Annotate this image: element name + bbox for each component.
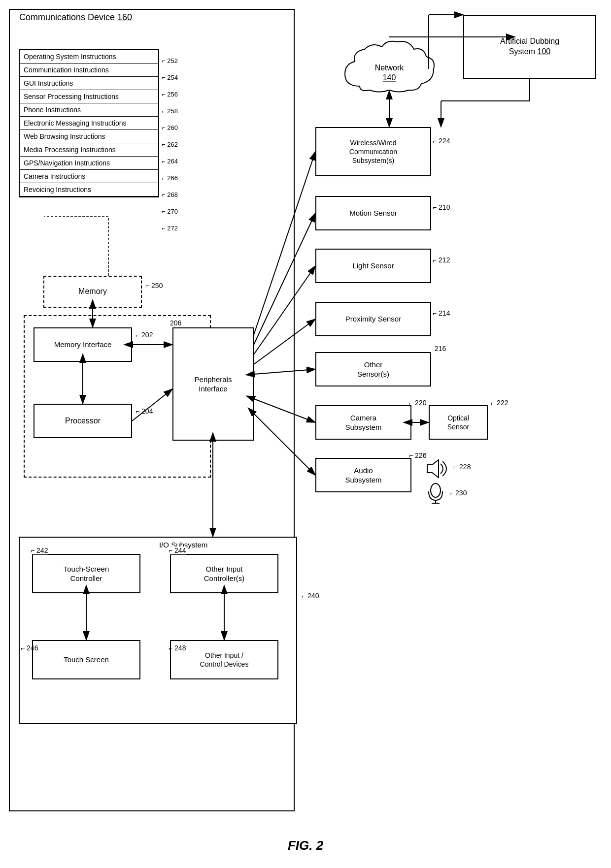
instruction-ref: ⌐ 270 xyxy=(162,208,178,215)
instruction-row: Communication Instructions xyxy=(20,64,158,77)
mic-ref: ⌐ 230 xyxy=(449,489,467,497)
instruction-row: Revoicing Instructions xyxy=(20,183,158,196)
touch-screen-ref: ⌐ 246 xyxy=(21,644,38,652)
motion-sensor-label: Motion Sensor xyxy=(349,208,397,218)
camera-subsystem-box: CameraSubsystem xyxy=(315,405,411,440)
audio-subsystem-box: AudioSubsystem xyxy=(315,458,411,492)
processor-label: Processor xyxy=(65,416,101,426)
other-input-controllers-ref: ⌐ 244 xyxy=(169,547,186,554)
artificial-dubbing-label: Artificial DubbingSystem 100 xyxy=(500,36,559,57)
instruction-label: Web Browsing Instructions xyxy=(24,132,154,140)
instruction-ref: ⌐ 264 xyxy=(162,158,178,165)
wireless-ref: ⌐ 224 xyxy=(433,137,450,145)
instruction-row: GUI Instructions xyxy=(20,77,158,90)
peripherals-interface-box: PeripheralsInterface xyxy=(172,327,254,441)
touch-screen-controller-ref: ⌐ 242 xyxy=(31,547,48,554)
wireless-wired-label: Wireless/WiredCommunicationSubsystem(s) xyxy=(349,138,397,165)
instruction-row: GPS/Navigation Instructions xyxy=(20,157,158,170)
instruction-label: Communication Instructions xyxy=(24,66,154,74)
instruction-label: Phone Instructions xyxy=(24,106,154,114)
instruction-label: Media Processing Instructions xyxy=(24,146,154,154)
instruction-ref: ⌐ 256 xyxy=(162,91,178,98)
instruction-ref: ⌐ 260 xyxy=(162,124,178,131)
proximity-sensor-ref: ⌐ 214 xyxy=(433,309,450,317)
light-sensor-ref: ⌐ 212 xyxy=(433,256,450,264)
light-sensor-box: Light Sensor xyxy=(315,249,431,283)
memory-label: Memory xyxy=(78,287,107,297)
memory-interface-box: Memory Interface xyxy=(34,327,132,362)
io-ref: ⌐ 240 xyxy=(302,592,319,600)
audio-subsystem-label: AudioSubsystem xyxy=(345,466,381,485)
instruction-row: Phone Instructions xyxy=(20,103,158,117)
processor-box: Processor xyxy=(34,404,132,438)
instruction-row: Web Browsing Instructions xyxy=(20,130,158,143)
camera-subsystem-label: CameraSubsystem xyxy=(345,413,381,432)
other-input-devices-ref: ⌐ 248 xyxy=(169,644,186,652)
optical-sensor-box: OpticalSensor xyxy=(429,405,488,440)
memory-interface-label: Memory Interface xyxy=(54,340,112,350)
instruction-ref: ⌐ 268 xyxy=(162,191,178,198)
touch-screen-box: Touch Screen xyxy=(32,640,140,679)
touch-screen-controller-label: Touch-ScreenController xyxy=(64,564,109,583)
other-sensors-label: OtherSensor(s) xyxy=(357,360,389,379)
instruction-ref: ⌐ 262 xyxy=(162,141,178,148)
diagram: Communications Device 160 Artificial Dub… xyxy=(0,0,611,868)
svg-marker-2 xyxy=(427,460,439,478)
instructions-list-box: Operating System InstructionsCommunicati… xyxy=(19,49,159,197)
instruction-ref: ⌐ 272 xyxy=(162,225,178,232)
instruction-row: Electronic Messaging Instructions xyxy=(20,117,158,130)
other-input-devices-box: Other Input /Control Devices xyxy=(170,640,278,679)
peripherals-interface-ref: 206 xyxy=(170,319,181,327)
optical-sensor-label: OpticalSensor xyxy=(447,414,469,431)
audio-ref: ⌐ 226 xyxy=(409,451,426,459)
instruction-label: Sensor Processing Instructions xyxy=(24,93,154,100)
motion-sensor-ref: ⌐ 210 xyxy=(433,203,450,211)
instruction-row: Sensor Processing Instructions xyxy=(20,90,158,103)
proximity-sensor-box: Proximity Sensor xyxy=(315,302,431,336)
optical-sensor-ref: ⌐ 222 xyxy=(491,399,508,407)
light-sensor-label: Light Sensor xyxy=(352,261,394,271)
wireless-wired-box: Wireless/WiredCommunicationSubsystem(s) xyxy=(315,127,431,176)
instruction-ref: ⌐ 266 xyxy=(162,174,178,182)
instruction-label: Electronic Messaging Instructions xyxy=(24,119,154,127)
instruction-label: Camera Instructions xyxy=(24,172,154,180)
camera-ref: ⌐ 220 xyxy=(409,399,426,407)
other-input-controllers-box: Other InputController(s) xyxy=(170,554,278,593)
svg-text:140: 140 xyxy=(383,73,396,82)
svg-text:Network: Network xyxy=(375,64,405,72)
instruction-row: Media Processing Instructions xyxy=(20,143,158,157)
instruction-label: Revoicing Instructions xyxy=(24,186,154,193)
communications-device-label: Communications Device 160 xyxy=(17,12,134,23)
instruction-ref: ⌐ 258 xyxy=(162,107,178,115)
comm-device-ref: 160 xyxy=(117,12,132,22)
speaker-ref: ⌐ 228 xyxy=(453,463,471,471)
peripherals-interface-label: PeripheralsInterface xyxy=(195,375,232,394)
speaker-icon xyxy=(425,459,452,481)
instruction-label: GPS/Navigation Instructions xyxy=(24,159,154,167)
motion-sensor-box: Motion Sensor xyxy=(315,196,431,230)
touch-screen-controller-box: Touch-ScreenController xyxy=(32,554,140,593)
svg-point-3 xyxy=(431,483,441,497)
instructions-list: Operating System InstructionsCommunicati… xyxy=(20,50,158,196)
other-sensors-ref-label: 216 xyxy=(435,345,446,353)
instruction-ref: ⌐ 252 xyxy=(162,57,178,64)
ref-brackets xyxy=(158,49,197,315)
artificial-dubbing-box: Artificial DubbingSystem 100 xyxy=(463,15,596,79)
instruction-ref: ⌐ 254 xyxy=(162,74,178,81)
touch-screen-label: Touch Screen xyxy=(64,655,109,665)
mic-icon xyxy=(425,482,447,506)
instruction-row: Operating System Instructions xyxy=(20,50,158,64)
figure-label: FIG. 2 xyxy=(0,838,611,853)
other-input-controllers-label: Other InputController(s) xyxy=(204,564,245,583)
other-sensors-box: OtherSensor(s) xyxy=(315,352,431,386)
memory-interface-ref: ⌐ 202 xyxy=(136,331,153,339)
instruction-row: Camera Instructions xyxy=(20,170,158,183)
instruction-label: GUI Instructions xyxy=(24,79,154,87)
network-cloud: Network 140 xyxy=(340,37,439,101)
proximity-sensor-label: Proximity Sensor xyxy=(345,314,401,324)
other-input-devices-label: Other Input /Control Devices xyxy=(200,651,249,669)
processor-ref: ⌐ 204 xyxy=(136,407,153,415)
instruction-label: Operating System Instructions xyxy=(24,53,154,61)
memory-box: Memory xyxy=(43,276,142,308)
